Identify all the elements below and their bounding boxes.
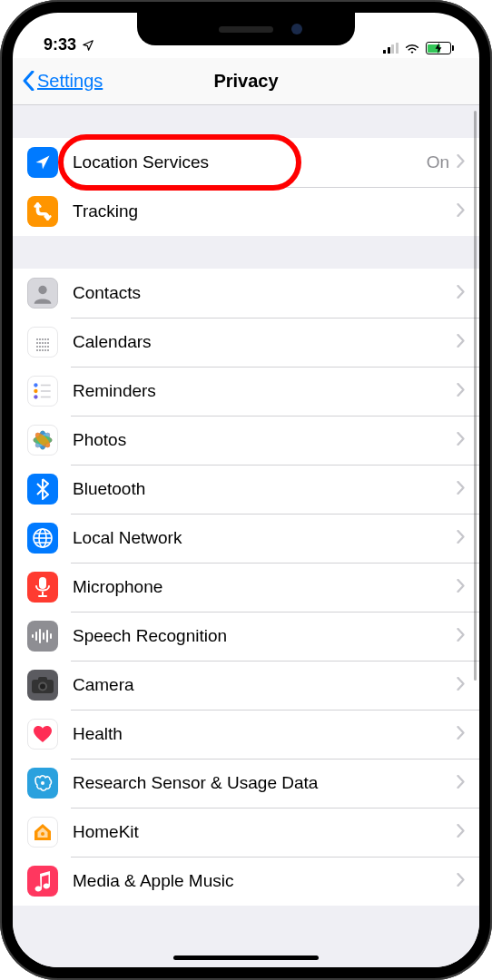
notch (137, 13, 355, 45)
chevron-right-icon (457, 383, 465, 400)
svg-rect-30 (38, 677, 47, 681)
camera-icon (27, 670, 58, 701)
chevron-right-icon (457, 154, 465, 172)
row-reminders[interactable]: Reminders (13, 367, 479, 416)
svg-rect-27 (46, 630, 48, 642)
row-research[interactable]: Research Sensor & Usage Data (13, 759, 479, 808)
row-label: HomeKit (73, 822, 457, 842)
screen: 9:33 (13, 13, 479, 967)
calendar-icon (27, 327, 58, 358)
back-label: Settings (37, 71, 103, 92)
row-label: Microphone (73, 577, 457, 597)
wifi-icon (404, 42, 420, 54)
location-active-icon (82, 39, 94, 52)
nav-header: Settings Privacy (13, 58, 479, 105)
svg-rect-25 (39, 629, 41, 643)
svg-point-34 (41, 832, 44, 836)
chevron-right-icon (457, 775, 465, 792)
reminders-icon (27, 376, 58, 407)
microphone-icon (27, 572, 58, 603)
row-label: Reminders (73, 381, 457, 401)
svg-rect-23 (32, 634, 34, 638)
chevron-right-icon (457, 824, 465, 841)
chevron-right-icon (457, 203, 465, 220)
row-camera[interactable]: Camera (13, 661, 479, 710)
tracking-icon (27, 196, 58, 227)
location-icon (27, 147, 58, 178)
row-label: Research Sensor & Usage Data (73, 773, 457, 793)
row-label: Contacts (73, 283, 457, 303)
page-title: Privacy (213, 71, 278, 92)
chevron-right-icon (457, 628, 465, 645)
row-calendars[interactable]: Calendars (13, 318, 479, 367)
status-time: 9:33 (44, 35, 76, 54)
chevron-right-icon (457, 873, 465, 890)
chevron-right-icon (457, 530, 465, 547)
chevron-right-icon (457, 285, 465, 302)
bluetooth-icon (27, 474, 58, 505)
svg-rect-28 (50, 633, 52, 639)
content-scroll[interactable]: Location ServicesOnTrackingContactsCalen… (13, 105, 479, 967)
battery-icon (426, 42, 455, 54)
chevron-left-icon (22, 68, 35, 95)
row-label: Health (73, 724, 457, 744)
row-photos[interactable]: Photos (13, 416, 479, 465)
chevron-right-icon (457, 726, 465, 743)
row-label: Calendars (73, 332, 457, 352)
contacts-icon (27, 278, 58, 309)
music-icon (27, 866, 58, 897)
row-media[interactable]: Media & Apple Music (13, 857, 479, 906)
svg-rect-20 (39, 577, 46, 589)
chevron-right-icon (457, 432, 465, 449)
svg-point-33 (41, 781, 44, 785)
settings-group: Location ServicesOnTracking (13, 138, 479, 236)
row-microphone[interactable]: Microphone (13, 563, 479, 612)
cellular-signal-icon (383, 43, 399, 54)
row-label: Tracking (73, 201, 457, 221)
settings-group: ContactsCalendarsRemindersPhotosBluetoot… (13, 269, 479, 906)
svg-point-32 (40, 684, 45, 690)
row-local-network[interactable]: Local Network (13, 514, 479, 563)
health-icon (27, 719, 58, 750)
phone-frame: 9:33 (0, 0, 492, 980)
scroll-indicator[interactable] (474, 111, 477, 681)
row-label: Camera (73, 675, 457, 695)
svg-point-1 (34, 383, 37, 387)
svg-point-0 (38, 286, 46, 294)
row-label: Photos (73, 430, 457, 450)
row-label: Location Services (73, 152, 427, 172)
photos-icon (27, 425, 58, 456)
row-homekit[interactable]: HomeKit (13, 808, 479, 857)
row-location-services[interactable]: Location ServicesOn (13, 138, 479, 187)
row-label: Speech Recognition (73, 626, 457, 646)
row-label: Media & Apple Music (73, 871, 457, 891)
chevron-right-icon (457, 677, 465, 694)
row-speech-recognition[interactable]: Speech Recognition (13, 612, 479, 661)
svg-rect-26 (43, 632, 44, 640)
row-contacts[interactable]: Contacts (13, 269, 479, 318)
row-value: On (427, 152, 449, 172)
svg-point-3 (34, 395, 37, 398)
row-health[interactable]: Health (13, 710, 479, 759)
research-icon (27, 768, 58, 799)
back-button[interactable]: Settings (22, 68, 103, 95)
svg-rect-24 (35, 632, 37, 641)
chevron-right-icon (457, 334, 465, 351)
svg-point-2 (34, 389, 37, 393)
speech-icon (27, 621, 58, 652)
home-indicator[interactable] (173, 956, 319, 960)
homekit-icon (27, 817, 58, 848)
network-icon (27, 523, 58, 554)
row-bluetooth[interactable]: Bluetooth (13, 465, 479, 514)
chevron-right-icon (457, 579, 465, 596)
chevron-right-icon (457, 481, 465, 498)
row-tracking[interactable]: Tracking (13, 187, 479, 236)
row-label: Local Network (73, 528, 457, 548)
row-label: Bluetooth (73, 479, 457, 499)
